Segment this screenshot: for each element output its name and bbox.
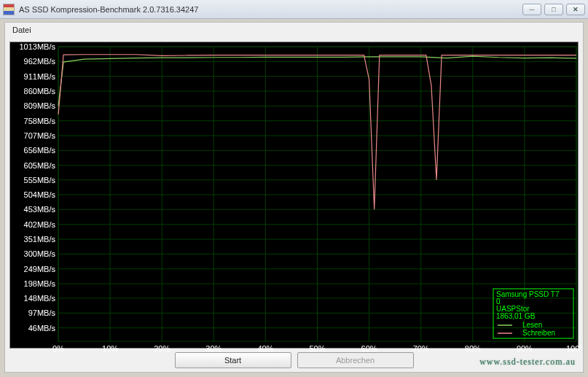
titlebar: AS SSD Kompression-Benchmark 2.0.7316.34… xyxy=(0,0,588,19)
menu-datei[interactable]: Datei xyxy=(5,23,583,37)
y-tick-label: 911MB/s xyxy=(24,72,56,81)
app-icon xyxy=(3,4,15,15)
y-tick-label: 1013MB/s xyxy=(19,42,55,51)
y-tick-label: 758MB/s xyxy=(24,117,56,125)
y-tick-label: 351MB/s xyxy=(24,235,56,244)
y-tick-label: 453MB/s xyxy=(24,205,56,214)
legend-info: Samsung PSSD T7 xyxy=(496,290,560,298)
y-tick-label: 249MB/s xyxy=(24,265,56,273)
y-tick-label: 504MB/s xyxy=(24,190,56,199)
legend-info: 1863,01 GB xyxy=(496,312,536,320)
y-tick-label: 962MB/s xyxy=(24,57,56,66)
chart-area: 46MB/s97MB/s148MB/s198MB/s249MB/s300MB/s… xyxy=(9,42,579,349)
content-panel: Datei 46MB/s97MB/s148MB/s198MB/s249MB/s3… xyxy=(4,22,584,373)
y-tick-label: 707MB/s xyxy=(24,131,56,140)
window-title: AS SSD Kompression-Benchmark 2.0.7316.34… xyxy=(19,5,522,14)
close-button[interactable]: ✕ xyxy=(566,4,585,15)
legend-read: Lesen xyxy=(522,321,542,329)
y-tick-label: 809MB/s xyxy=(24,101,56,110)
minimize-button[interactable]: ─ xyxy=(522,4,541,15)
watermark: www.ssd-tester.com.au xyxy=(479,357,576,368)
y-tick-label: 198MB/s xyxy=(24,279,56,288)
y-tick-label: 860MB/s xyxy=(24,87,56,96)
y-tick-label: 300MB/s xyxy=(24,249,56,258)
y-tick-label: 46MB/s xyxy=(28,324,56,333)
maximize-button[interactable]: □ xyxy=(544,4,563,15)
y-tick-label: 656MB/s xyxy=(24,146,56,155)
abort-button: Abbrechen xyxy=(297,352,414,368)
y-tick-label: 555MB/s xyxy=(24,176,56,184)
legend-write: Schreiben xyxy=(522,329,555,337)
y-tick-label: 605MB/s xyxy=(24,161,56,170)
y-tick-label: 97MB/s xyxy=(28,308,56,317)
start-button[interactable]: Start xyxy=(175,352,291,368)
y-tick-label: 148MB/s xyxy=(24,294,56,303)
window-buttons: ─ □ ✕ xyxy=(522,4,585,15)
y-tick-label: 402MB/s xyxy=(24,220,56,229)
chart-svg: 46MB/s97MB/s148MB/s198MB/s249MB/s300MB/s… xyxy=(10,42,581,356)
